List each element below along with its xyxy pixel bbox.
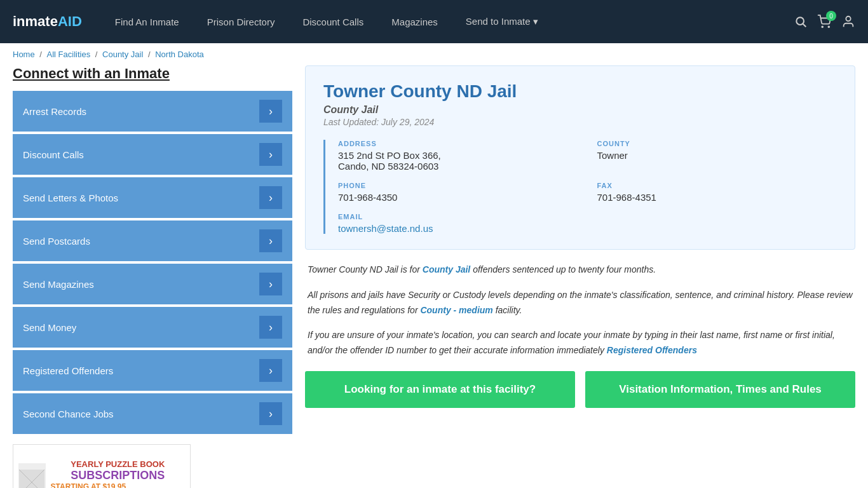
breadcrumb-sep1: / <box>39 50 44 59</box>
header-icons: 0 <box>794 15 855 29</box>
facility-title: Towner County ND Jail <box>323 81 837 102</box>
address-label: ADDRESS <box>338 140 578 147</box>
ad-content: YEARLY PUZZLE BOOK SUBSCRIPTIONS STARTIN… <box>13 445 190 488</box>
sidebar-label-arrest-records: Arrest Records <box>23 106 86 117</box>
svg-line-1 <box>803 24 806 27</box>
chevron-icon-7: › <box>259 402 282 425</box>
svg-rect-5 <box>19 470 44 488</box>
county-medium-link[interactable]: County - medium <box>420 305 492 315</box>
breadcrumb-all-facilities[interactable]: All Facilities <box>47 50 91 59</box>
county-block: COUNTY Towner <box>597 140 837 172</box>
ad-title: YEARLY PUZZLE BOOK <box>51 459 185 470</box>
sidebar-send-magazines[interactable]: Send Magazines › <box>13 264 292 304</box>
sidebar-second-chance-jobs[interactable]: Second Chance Jobs › <box>13 393 292 434</box>
county-value: Towner <box>597 150 837 161</box>
nav-find-inmate[interactable]: Find An Inmate <box>101 0 193 43</box>
address-block: ADDRESS 315 2nd St PO Box 366, Cando, ND… <box>338 140 578 172</box>
sidebar-discount-calls[interactable]: Discount Calls › <box>13 134 292 175</box>
email-value[interactable]: townersh@state.nd.us <box>338 223 578 234</box>
breadcrumb-sep2: / <box>95 50 100 59</box>
find-inmate-button[interactable]: Looking for an inmate at this facility? <box>305 371 575 408</box>
sidebar-send-letters[interactable]: Send Letters & Photos › <box>13 177 292 218</box>
description-area: Towner County ND Jail is for County Jail… <box>305 262 855 358</box>
phone-value: 701-968-4350 <box>338 192 578 203</box>
desc-paragraph-3: If you are unsure of your inmate's locat… <box>308 328 853 358</box>
breadcrumb-north-dakota[interactable]: North Dakota <box>155 50 204 59</box>
breadcrumb-home[interactable]: Home <box>13 50 35 59</box>
logo[interactable]: inmateAID <box>13 13 82 30</box>
chevron-icon-4: › <box>259 273 282 295</box>
registered-offenders-link[interactable]: Registered Offenders <box>607 345 697 355</box>
breadcrumb-county-jail[interactable]: County Jail <box>102 50 143 59</box>
county-label: COUNTY <box>597 140 837 147</box>
sidebar-label-registered-offenders: Registered Offenders <box>23 365 113 376</box>
nav-magazines[interactable]: Magazines <box>377 0 452 43</box>
sidebar-registered-offenders[interactable]: Registered Offenders › <box>13 350 292 391</box>
sidebar-label-discount-calls: Discount Calls <box>23 149 84 160</box>
sidebar-send-money[interactable]: Send Money › <box>13 307 292 348</box>
ad-price: STARTING AT $19.95 <box>51 482 185 488</box>
fax-value: 701-968-4351 <box>597 192 837 203</box>
nav-discount-calls[interactable]: Discount Calls <box>288 0 377 43</box>
main-nav: Find An Inmate Prison Directory Discount… <box>101 0 794 43</box>
chevron-icon-2: › <box>259 186 282 209</box>
visitation-info-button[interactable]: Visitation Information, Times and Rules <box>585 371 855 408</box>
facility-type: County Jail <box>323 104 837 116</box>
search-icon-button[interactable] <box>794 15 807 28</box>
phone-block: PHONE 701-968-4350 <box>338 182 578 203</box>
address-value: 315 2nd St PO Box 366, Cando, ND 58324-0… <box>338 150 578 172</box>
sidebar-label-second-chance-jobs: Second Chance Jobs <box>23 409 114 419</box>
chevron-icon-0: › <box>259 100 282 123</box>
user-icon-button[interactable] <box>841 15 855 29</box>
desc-paragraph-2: All prisons and jails have Security or C… <box>308 288 853 318</box>
phone-label: PHONE <box>338 182 578 189</box>
nav-send-to-inmate[interactable]: Send to Inmate ▾ <box>452 0 552 43</box>
fax-block: FAX 701-968-4351 <box>597 182 837 203</box>
chevron-icon-3: › <box>259 229 282 252</box>
svg-point-3 <box>828 26 829 27</box>
nav-prison-directory[interactable]: Prison Directory <box>193 0 289 43</box>
sidebar-label-send-postcards: Send Postcards <box>23 236 90 247</box>
bottom-buttons: Looking for an inmate at this facility? … <box>305 371 855 408</box>
email-label: EMAIL <box>338 213 578 220</box>
chevron-icon-5: › <box>259 316 282 339</box>
advertisement[interactable]: YEARLY PUZZLE BOOK SUBSCRIPTIONS STARTIN… <box>13 444 191 488</box>
breadcrumb-sep3: / <box>148 50 153 59</box>
county-jail-link-1[interactable]: County Jail <box>423 264 470 274</box>
connect-title: Connect with an Inmate <box>13 65 292 82</box>
svg-point-0 <box>796 17 804 25</box>
main-content: Towner County ND Jail County Jail Last U… <box>305 65 855 488</box>
ad-subtitle: SUBSCRIPTIONS <box>51 469 185 482</box>
sidebar-label-send-magazines: Send Magazines <box>23 279 94 290</box>
cart-badge: 0 <box>826 11 836 21</box>
sidebar-label-send-letters: Send Letters & Photos <box>23 193 118 203</box>
cart-icon-button[interactable]: 0 <box>817 15 831 29</box>
fax-label: FAX <box>597 182 837 189</box>
facility-info-grid: ADDRESS 315 2nd St PO Box 366, Cando, ND… <box>323 140 837 234</box>
svg-point-4 <box>846 17 850 21</box>
chevron-icon-6: › <box>259 359 282 382</box>
breadcrumb: Home / All Facilities / County Jail / No… <box>0 43 868 65</box>
facility-updated: Last Updated: July 29, 2024 <box>323 117 837 127</box>
sidebar-label-send-money: Send Money <box>23 322 76 333</box>
chevron-icon-1: › <box>259 143 282 166</box>
email-block: EMAIL townersh@state.nd.us <box>338 213 578 234</box>
header: inmateAID Find An Inmate Prison Director… <box>0 0 868 43</box>
sidebar-send-postcards[interactable]: Send Postcards › <box>13 220 292 261</box>
facility-card: Towner County ND Jail County Jail Last U… <box>305 65 855 250</box>
desc-paragraph-1: Towner County ND Jail is for County Jail… <box>308 262 853 278</box>
sidebar-menu: Arrest Records › Discount Calls › Send L… <box>13 91 292 434</box>
sidebar: Connect with an Inmate Arrest Records › … <box>13 65 292 488</box>
sidebar-arrest-records[interactable]: Arrest Records › <box>13 91 292 132</box>
main-layout: Connect with an Inmate Arrest Records › … <box>0 65 868 488</box>
svg-point-2 <box>822 26 823 27</box>
